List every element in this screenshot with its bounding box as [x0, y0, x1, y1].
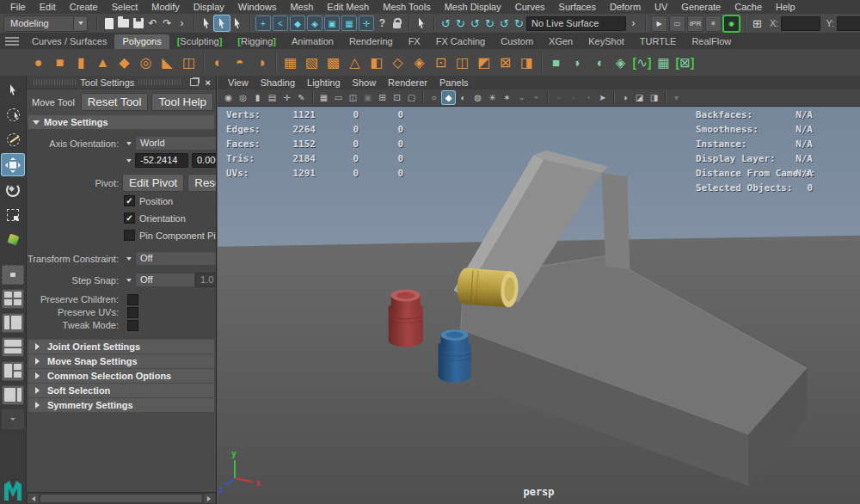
snap-together-icon[interactable]: ✛ — [359, 15, 374, 31]
select-by-object-icon[interactable] — [214, 15, 230, 31]
textured-icon[interactable]: ◐ — [457, 91, 470, 104]
toolbar-separator[interactable] — [433, 15, 434, 31]
toolbar-separator[interactable] — [645, 15, 646, 31]
shelf-tab[interactable]: Custom — [493, 34, 541, 49]
subdiv-proxy-icon[interactable]: ▧ — [301, 52, 322, 74]
checkbox[interactable]: ✓ — [124, 195, 135, 206]
persp-outliner-layout-button[interactable] — [2, 313, 24, 333]
red-cylinder[interactable] — [389, 290, 423, 347]
dropdown-arrow-icon[interactable] — [122, 255, 135, 263]
collapsed-section-header[interactable]: Soft Selection — [28, 384, 214, 397]
exposure-icon[interactable]: ◔ — [581, 91, 594, 104]
multi-cut-icon[interactable]: ⊡ — [430, 52, 452, 74]
collapsed-section-header[interactable]: Symmetry Settings — [28, 398, 214, 412]
checkbox[interactable]: ✓ — [124, 212, 135, 224]
dropdown-arrow-icon[interactable] — [122, 139, 135, 148]
menu-item[interactable]: Generate — [674, 0, 728, 14]
paint-selection-tool[interactable] — [2, 129, 24, 151]
smooth-icon[interactable]: ▩ — [322, 52, 344, 74]
history-queue-icon[interactable]: ↻ — [482, 16, 497, 31]
history-rewind-icon[interactable]: ↻ — [512, 16, 526, 31]
scroll-left-icon[interactable] — [28, 494, 39, 503]
dropdown-arrow-icon[interactable] — [122, 276, 135, 285]
shelf-tab[interactable]: FX Caching — [428, 34, 493, 49]
four-pane-layout-button[interactable] — [2, 289, 24, 309]
ipr-render-icon[interactable]: IPR — [687, 15, 703, 32]
mirror-icon[interactable]: ▦ — [280, 52, 301, 74]
shelf-tab[interactable]: FX — [401, 34, 428, 49]
make-live-icon[interactable]: ▦ — [341, 15, 357, 31]
shelf-tab[interactable]: Curves / Surfaces — [24, 34, 114, 49]
menu-item[interactable]: Curves — [508, 0, 552, 14]
viewport-canvas[interactable]: y x z persp Verts:112100 Edges:226400 — [218, 107, 860, 504]
live-surface-field[interactable]: No Live Surface — [526, 16, 626, 31]
axis-coord-field-1[interactable]: -52.2414 — [135, 153, 188, 168]
resolution-gate-icon[interactable]: ◫ — [347, 91, 359, 104]
checkbox[interactable] — [127, 307, 138, 318]
shaded-icon[interactable]: ◆ — [442, 91, 455, 104]
sculpt-grab-icon[interactable]: ◈ — [610, 52, 631, 74]
undo-icon[interactable]: ↶ — [145, 16, 160, 31]
grid-toggle-icon[interactable]: ▦ — [317, 91, 330, 104]
new-scene-icon[interactable] — [101, 16, 116, 31]
gate-mask-icon[interactable]: ▣ — [361, 91, 374, 104]
persp-graph-layout-button[interactable] — [2, 337, 24, 357]
select-by-hierarchy-icon[interactable] — [199, 15, 214, 31]
safe-title-icon[interactable]: ▢ — [405, 91, 418, 104]
viewport-menu-item[interactable]: Renderer — [382, 76, 433, 89]
viewport-menu-item[interactable]: Show — [347, 76, 383, 89]
toolbar-separator[interactable] — [745, 15, 746, 31]
extrude-icon[interactable]: ◧ — [366, 52, 387, 74]
bevel-icon[interactable]: ◇ — [387, 52, 408, 74]
coordinate-input[interactable] — [781, 16, 820, 31]
viewport-menu-item[interactable]: Shading — [255, 76, 301, 89]
coordinate-input[interactable] — [837, 16, 860, 31]
shadows-icon[interactable]: ✶ — [501, 91, 513, 104]
toolbar-separator[interactable] — [408, 15, 409, 31]
pane-menu-icon[interactable]: ▾ — [670, 91, 683, 104]
drag-handle[interactable] — [34, 79, 76, 85]
save-scene-icon[interactable] — [131, 16, 145, 31]
menu-item[interactable]: Cache — [728, 0, 769, 14]
redo-icon[interactable]: ↷ — [160, 16, 175, 31]
lasso-select-tool[interactable] — [2, 104, 24, 126]
shelf-tab[interactable]: TURTLE — [632, 34, 685, 49]
input-connections-icon[interactable]: ↺ — [439, 16, 453, 31]
close-icon[interactable]: × — [203, 77, 213, 88]
dropdown-arrow-icon[interactable] — [122, 157, 135, 165]
render-settings-icon[interactable]: ✳ — [705, 15, 722, 32]
sculpt-relax-icon[interactable]: ◖ — [588, 52, 610, 74]
shelf-tab[interactable]: XGen — [541, 34, 580, 49]
delete-edge-icon[interactable]: ⊠ — [494, 52, 516, 74]
menu-item[interactable]: Help — [769, 0, 802, 14]
snap-to-grids-icon[interactable]: + — [255, 15, 271, 31]
joints-xray-icon[interactable]: ▫ — [567, 91, 580, 104]
single-pane-layout-button[interactable] — [2, 265, 24, 285]
3d-scene[interactable]: y x z persp — [218, 107, 860, 504]
menu-item[interactable]: Surfaces — [552, 0, 603, 14]
move-tool[interactable] — [2, 154, 24, 175]
quad-draw-icon[interactable]: ◨ — [516, 52, 538, 74]
menu-item[interactable]: Edit Mesh — [320, 0, 376, 14]
snap-to-view-planes-icon[interactable]: ▣ — [324, 15, 340, 31]
horizontal-scrollbar[interactable] — [27, 492, 216, 504]
poly-cube-icon[interactable]: ■ — [49, 52, 71, 74]
viewport-menu-item[interactable]: Lighting — [301, 76, 347, 89]
a360-render-icon[interactable]: ◉ — [723, 15, 740, 32]
reset-tool-button[interactable]: Reset Tool — [81, 93, 149, 111]
select-camera-icon[interactable]: ◉ — [222, 91, 235, 104]
menu-item[interactable]: Edit — [33, 0, 63, 14]
menu-item[interactable]: Modify — [144, 0, 186, 14]
poly-cone-icon[interactable]: ▲ — [92, 52, 114, 74]
transform-constraint-select[interactable]: Off — [135, 251, 216, 266]
output-connections-icon[interactable]: ↻ — [453, 16, 468, 31]
shelf-tab[interactable]: Polygons — [114, 34, 169, 49]
custom-layout-button[interactable] — [2, 409, 24, 429]
lock-camera-icon[interactable]: ◎ — [236, 91, 249, 104]
viewport-menu-item[interactable]: Panels — [433, 76, 475, 89]
snapshot-icon[interactable]: ◨ — [648, 91, 660, 104]
snap-to-curves-icon[interactable]: < — [273, 15, 288, 31]
menu-item[interactable]: Windows — [231, 0, 284, 14]
checkbox[interactable] — [127, 320, 138, 331]
combine-icon[interactable]: ◑ — [250, 52, 272, 74]
